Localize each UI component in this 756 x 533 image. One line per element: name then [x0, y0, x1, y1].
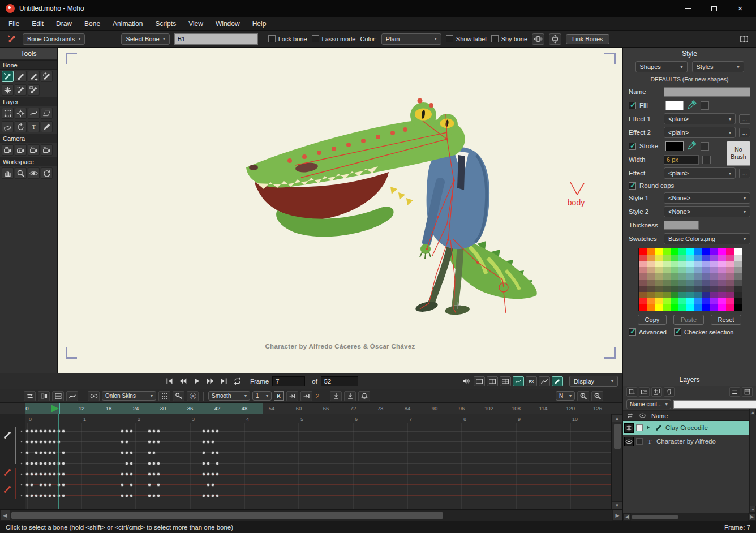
color-swatch[interactable]: [694, 286, 702, 292]
paint-tool-tool-icon[interactable]: [41, 121, 53, 132]
ffwd-icon[interactable]: [204, 376, 216, 386]
color-swatch[interactable]: [678, 286, 686, 292]
color-swatch[interactable]: [726, 304, 734, 311]
color-swatch[interactable]: [639, 304, 647, 311]
menu-item-draw[interactable]: Draw: [50, 17, 78, 31]
color-swatch[interactable]: [718, 261, 726, 267]
timeline-tracks[interactable]: 012345678910 ▲ ▼: [0, 414, 622, 509]
color-swatch[interactable]: [663, 273, 671, 280]
select-bone-tool-icon[interactable]: [2, 71, 14, 82]
rewind-icon[interactable]: [177, 376, 189, 386]
color-swatch[interactable]: [686, 304, 694, 311]
effect1-more-button[interactable]: ...: [739, 114, 750, 124]
loop-icon[interactable]: [231, 376, 243, 386]
color-swatch[interactable]: [734, 261, 742, 267]
minimize-button[interactable]: [684, 4, 693, 13]
color-swatch[interactable]: [686, 286, 694, 292]
translate-bone-tool-icon[interactable]: [15, 71, 27, 82]
layer-row[interactable]: TCharacter by Alfredo: [623, 435, 749, 448]
onion-skins-dropdown[interactable]: Onion Skins▾: [102, 391, 156, 401]
color-swatch[interactable]: [655, 273, 663, 280]
color-swatch[interactable]: [655, 298, 663, 304]
new-group-icon[interactable]: [639, 387, 650, 397]
fill-color-swatch[interactable]: [665, 101, 684, 110]
color-swatch[interactable]: [702, 273, 710, 280]
timeline-markers-icon[interactable]: [358, 391, 370, 401]
close-button[interactable]: ×: [736, 4, 745, 13]
color-swatch[interactable]: [702, 298, 710, 304]
color-swatch[interactable]: [663, 255, 671, 261]
color-swatch[interactable]: [663, 292, 671, 298]
remove-frame-icon[interactable]: [344, 391, 356, 401]
color-swatch[interactable]: [671, 292, 678, 298]
color-swatch[interactable]: [710, 267, 718, 273]
menu-item-scripts[interactable]: Scripts: [149, 17, 182, 31]
color-swatch[interactable]: [694, 304, 702, 311]
color-swatch[interactable]: [647, 298, 655, 304]
color-swatch[interactable]: [726, 267, 734, 273]
stroke-effect-more-button[interactable]: ...: [739, 169, 750, 178]
color-swatch[interactable]: [718, 292, 726, 298]
color-swatch[interactable]: [710, 273, 718, 280]
color-swatch[interactable]: [710, 255, 718, 261]
color-swatch[interactable]: [647, 255, 655, 261]
color-swatch[interactable]: [734, 255, 742, 261]
display-quad-icon[interactable]: [500, 376, 511, 386]
color-swatch[interactable]: [678, 292, 686, 298]
color-swatch[interactable]: [726, 298, 734, 304]
color-swatch[interactable]: [639, 280, 647, 286]
color-swatch[interactable]: [726, 261, 734, 267]
scroll-right-icon[interactable]: ▶: [748, 513, 756, 521]
color-swatch[interactable]: [686, 273, 694, 280]
color-swatch[interactable]: [647, 248, 655, 255]
color-swatch[interactable]: [647, 280, 655, 286]
color-swatch[interactable]: [702, 267, 710, 273]
color-swatch[interactable]: [663, 298, 671, 304]
color-swatch[interactable]: [694, 292, 702, 298]
color-swatch[interactable]: [655, 286, 663, 292]
color-swatch[interactable]: [639, 292, 647, 298]
color-swatch[interactable]: [734, 280, 742, 286]
scrollbar-thumb[interactable]: [632, 515, 678, 519]
color-swatch[interactable]: [694, 273, 702, 280]
color-swatch[interactable]: [694, 255, 702, 261]
interpolation-dropdown[interactable]: Smooth▾: [208, 391, 250, 401]
add-keyframe-icon[interactable]: [173, 391, 184, 401]
color-swatch[interactable]: [671, 261, 678, 267]
color-swatch[interactable]: [734, 298, 742, 304]
scroll-up-icon[interactable]: ▲: [750, 409, 756, 415]
stroke-effect-dropdown[interactable]: <plain>▾: [664, 167, 736, 179]
thickness-input[interactable]: [664, 221, 699, 230]
color-swatch[interactable]: [726, 280, 734, 286]
layer-options-icon[interactable]: [729, 387, 740, 397]
color-swatch[interactable]: [718, 248, 726, 255]
color-swatch[interactable]: [718, 298, 726, 304]
scroll-down-icon[interactable]: ▼: [750, 506, 756, 513]
show-label-checkbox[interactable]: Show label: [446, 35, 487, 42]
color-swatch[interactable]: [734, 292, 742, 298]
color-swatch[interactable]: [639, 298, 647, 304]
color-swatch[interactable]: [686, 298, 694, 304]
color-swatch[interactable]: [718, 273, 726, 280]
collapse-panel-icon[interactable]: [742, 387, 753, 397]
cycle-start-icon[interactable]: [286, 391, 298, 401]
color-swatch[interactable]: [671, 273, 678, 280]
color-swatch[interactable]: [734, 267, 742, 273]
reset-button[interactable]: Reset: [711, 315, 742, 325]
draw-mode-icon[interactable]: [552, 376, 563, 386]
color-swatch[interactable]: [702, 248, 710, 255]
styles-dropdown[interactable]: Styles▾: [692, 61, 744, 72]
color-swatch[interactable]: [647, 261, 655, 267]
color-swatch[interactable]: [655, 304, 663, 311]
fill-extra-swatch[interactable]: [701, 101, 709, 110]
timeline-horizontal-scrollbar[interactable]: ◀ ▶: [0, 509, 622, 521]
no-brush-button[interactable]: No Brush: [727, 141, 750, 166]
manipulate-bones-tool-icon[interactable]: [2, 84, 14, 96]
total-frames-input[interactable]: [321, 376, 358, 386]
color-swatch[interactable]: [663, 261, 671, 267]
color-swatch[interactable]: [647, 292, 655, 298]
color-swatch[interactable]: [671, 298, 678, 304]
layers-horizontal-scrollbar[interactable]: ◀ ▶: [623, 513, 756, 521]
color-swatch[interactable]: [734, 273, 742, 280]
color-swatch[interactable]: [663, 248, 671, 255]
